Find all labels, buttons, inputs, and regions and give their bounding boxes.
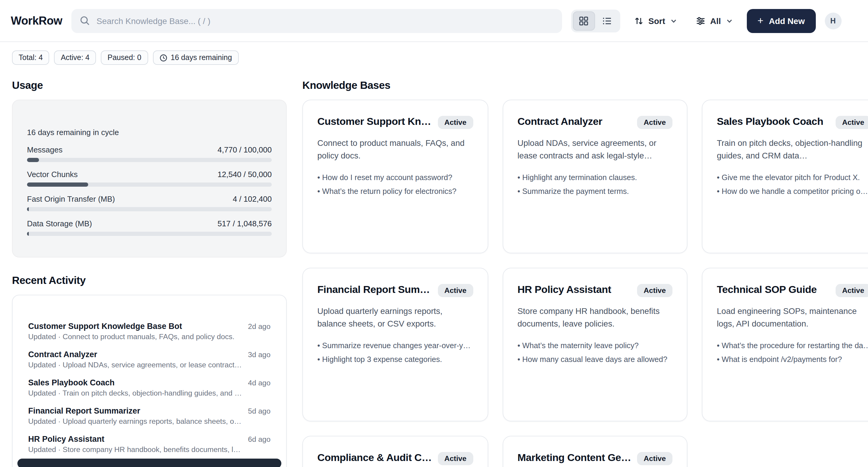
- knowledge-base-card[interactable]: Marketing Content Ge… Active: [502, 436, 687, 467]
- usage-card: 16 days remaining in cycle Messages 4,77…: [12, 100, 287, 258]
- kb-card-description: Train on pitch decks, objection-handling…: [717, 137, 868, 163]
- kb-card-bullet: • What is endpoint /v2/payments for?: [717, 355, 868, 364]
- kb-card-bullet: • Give me the elevator pitch for Product…: [717, 173, 868, 182]
- kb-card-bullet: • What’s the procedure for restarting th…: [717, 341, 868, 350]
- search-input[interactable]: [71, 9, 562, 33]
- usage-meter: Fast Origin Transfer (MB) 4 / 102,400: [27, 195, 272, 211]
- add-new-label: Add New: [769, 16, 805, 26]
- kb-card-title: HR Policy Assistant: [517, 284, 631, 296]
- sort-control[interactable]: Sort: [629, 12, 682, 29]
- list-view-button[interactable]: [596, 11, 618, 30]
- recent-item-time: 4d ago: [248, 378, 271, 387]
- knowledge-base-card[interactable]: Compliance & Audit C… Active: [302, 436, 488, 467]
- knowledge-base-grid: Customer Support Kn… Active Connect to p…: [302, 100, 856, 467]
- recent-item-name: Contract Analyzer: [28, 350, 242, 359]
- kb-card-bullets: • What’s the maternity leave policy?• Ho…: [517, 341, 673, 364]
- knowledge-bases-heading: Knowledge Bases: [302, 79, 856, 92]
- header: WorkRow: [0, 0, 868, 42]
- knowledge-base-card[interactable]: HR Policy Assistant Active Store company…: [502, 268, 687, 421]
- recent-activity-item[interactable]: Sales Playbook Coach Updated · Train on …: [28, 378, 271, 397]
- usage-meter-label: Data Storage (MB): [27, 219, 92, 228]
- usage-progress-track: [27, 207, 272, 211]
- knowledge-base-card[interactable]: Contract Analyzer Active Upload NDAs, se…: [502, 100, 687, 253]
- kb-card-bullets: • Give me the elevator pitch for Product…: [717, 173, 868, 196]
- recent-activity-item[interactable]: Financial Report Summarizer Updated · Up…: [28, 406, 271, 426]
- recent-activity-footer-bar[interactable]: [18, 459, 281, 467]
- avatar[interactable]: H: [825, 12, 841, 29]
- kb-card-bullets: • How do I reset my account password?• W…: [317, 173, 473, 196]
- recent-activity-item[interactable]: Customer Support Knowledge Base Bot Upda…: [28, 322, 271, 341]
- recent-item-description: Updated · Upload NDAs, service agreement…: [28, 361, 242, 369]
- recent-item-description: Updated · Upload quarterly earnings repo…: [28, 417, 242, 426]
- search-bar: [71, 9, 562, 33]
- recent-item-name: Customer Support Knowledge Base Bot: [28, 322, 242, 331]
- kb-card-bullet: • Summarize revenue changes year-over-y…: [317, 341, 473, 350]
- kb-card-title: Marketing Content Ge…: [517, 452, 631, 464]
- recent-activity-item[interactable]: Contract Analyzer Updated · Upload NDAs,…: [28, 350, 271, 369]
- usage-meter: Data Storage (MB) 517 / 1,048,576: [27, 219, 272, 236]
- kb-card-title: Customer Support Kn…: [317, 116, 432, 128]
- usage-meter-label: Fast Origin Transfer (MB): [27, 195, 115, 203]
- app-logo: WorkRow: [11, 14, 62, 27]
- recent-item-time: 3d ago: [248, 350, 271, 359]
- filter-sliders-icon: [696, 16, 706, 26]
- usage-progress-track: [27, 182, 272, 187]
- knowledge-base-card[interactable]: Financial Report Sum… Active Upload quar…: [302, 268, 488, 421]
- usage-progress-fill: [27, 182, 89, 187]
- recent-activity-item[interactable]: HR Policy Assistant Updated · Store comp…: [28, 435, 271, 454]
- kb-card-bullet: • What’s the maternity leave policy?: [517, 341, 673, 350]
- total-chip[interactable]: Total: 4: [12, 51, 50, 65]
- knowledge-base-card[interactable]: Sales Playbook Coach Active Train on pit…: [702, 100, 868, 253]
- chevron-down-icon: [726, 17, 733, 24]
- recent-activity-card: Customer Support Knowledge Base Bot Upda…: [12, 295, 287, 467]
- usage-meter-value: 12,540 / 50,000: [217, 170, 272, 179]
- list-icon: [602, 16, 612, 26]
- status-badge: Active: [438, 284, 473, 297]
- kb-card-description: Connect to product manuals, FAQs, and po…: [317, 137, 473, 163]
- status-badge: Active: [836, 116, 868, 129]
- clock-icon: [159, 54, 167, 61]
- kb-card-description: Load engineering SOPs, maintenance logs,…: [717, 305, 868, 331]
- status-badge: Active: [438, 116, 473, 129]
- recent-item-name: Financial Report Summarizer: [28, 406, 242, 415]
- kb-card-bullets: • Summarize revenue changes year-over-y……: [317, 341, 473, 364]
- kb-card-bullet: • Summarize the payment terms.: [517, 187, 673, 196]
- usage-progress-track: [27, 232, 272, 236]
- usage-meter: Messages 4,770 / 100,000: [27, 145, 272, 162]
- kb-card-title: Technical SOP Guide: [717, 284, 830, 296]
- filter-control[interactable]: All: [691, 12, 738, 29]
- view-toggle-group: [571, 9, 620, 32]
- kb-card-bullets: • Highlight any termination clauses.• Su…: [517, 173, 673, 196]
- paused-chip[interactable]: Paused: 0: [101, 51, 148, 65]
- kb-card-bullet: • Highlight top 3 expense categories.: [317, 355, 473, 364]
- usage-progress-fill: [27, 232, 29, 236]
- recent-item-description: Updated · Connect to product manuals, FA…: [28, 332, 242, 341]
- grid-icon: [579, 16, 589, 26]
- recent-activity-heading: Recent Activity: [12, 274, 287, 287]
- status-badge: Active: [637, 116, 673, 129]
- kb-card-bullet: • How do we handle a competitor pricing …: [717, 187, 868, 196]
- knowledge-base-card[interactable]: Technical SOP Guide Active Load engineer…: [702, 268, 868, 421]
- left-column: Usage 16 days remaining in cycle Message…: [12, 79, 287, 467]
- usage-meter-value: 517 / 1,048,576: [217, 219, 272, 228]
- sort-label: Sort: [648, 16, 665, 26]
- sort-icon: [634, 16, 644, 26]
- active-chip[interactable]: Active: 4: [54, 51, 96, 65]
- stats-chip-row: Total: 4 Active: 4 Paused: 0 16 days rem…: [0, 42, 868, 71]
- kb-card-description: Upload quarterly earnings reports, balan…: [317, 305, 473, 331]
- recent-item-description: Updated · Train on pitch decks, objectio…: [28, 389, 242, 397]
- recent-activity-section: Recent Activity Customer Support Knowled…: [12, 274, 287, 467]
- recent-item-time: 6d ago: [248, 435, 271, 444]
- grid-view-button[interactable]: [573, 11, 595, 30]
- kb-card-title: Financial Report Sum…: [317, 284, 432, 296]
- status-badge: Active: [637, 284, 673, 297]
- chevron-down-icon: [670, 17, 677, 24]
- days-remaining-chip: 16 days remaining: [153, 51, 239, 65]
- kb-card-title: Contract Analyzer: [517, 116, 631, 128]
- main-content: Usage 16 days remaining in cycle Message…: [0, 71, 868, 467]
- recent-item-name: HR Policy Assistant: [28, 435, 242, 444]
- knowledge-base-card[interactable]: Customer Support Kn… Active Connect to p…: [302, 100, 488, 253]
- status-badge: Active: [637, 452, 673, 465]
- status-badge: Active: [438, 452, 473, 465]
- add-new-button[interactable]: + Add New: [747, 9, 816, 33]
